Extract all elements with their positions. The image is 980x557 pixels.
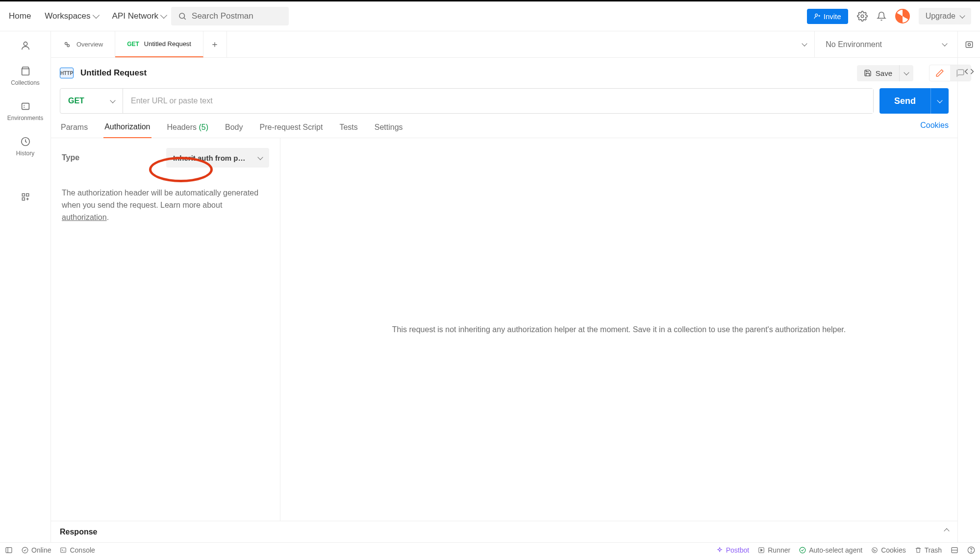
status-console[interactable]: Console	[60, 546, 95, 554]
environments-icon	[20, 101, 31, 112]
status-postbot[interactable]: Postbot	[716, 546, 749, 554]
cookies-link[interactable]: Cookies	[920, 121, 949, 136]
rail-collections[interactable]: Collections	[0, 64, 50, 88]
status-help-icon[interactable]	[967, 546, 975, 554]
auth-description: The authorization header will be automat…	[62, 187, 269, 223]
chevron-down-icon	[937, 97, 942, 103]
invite-button[interactable]: Invite	[807, 9, 848, 24]
svg-rect-9	[22, 198, 25, 200]
rail-more-icon[interactable]	[0, 190, 50, 204]
history-icon	[20, 136, 31, 147]
svg-point-23	[875, 550, 876, 551]
status-trash[interactable]: Trash	[915, 546, 942, 554]
notifications-icon[interactable]	[877, 11, 886, 21]
tab-request-title: Untitled Request	[144, 40, 191, 48]
chevron-down-icon	[160, 12, 167, 19]
environment-dropdown[interactable]: No Environment	[814, 31, 957, 57]
nav-home-label: Home	[9, 11, 31, 21]
svg-point-20	[800, 547, 805, 553]
status-runner[interactable]: Runner	[758, 546, 790, 554]
subtab-tests[interactable]: Tests	[338, 119, 358, 138]
tab-overview-label: Overview	[76, 41, 103, 48]
plus-icon	[211, 41, 219, 48]
search-icon	[178, 12, 187, 21]
auth-type-select[interactable]: Inherit auth from pa...	[166, 148, 269, 168]
subtab-prerequest[interactable]: Pre-request Script	[258, 119, 324, 138]
environment-look-icon[interactable]	[957, 31, 980, 57]
save-button[interactable]: Save	[857, 65, 899, 81]
subtab-headers[interactable]: Headers (5)	[166, 119, 210, 138]
status-panel-icon[interactable]	[5, 546, 13, 554]
rail-history[interactable]: History	[0, 134, 50, 159]
auth-type-label: Type	[62, 153, 79, 162]
check-circle-icon	[799, 547, 806, 554]
check-circle-icon	[22, 547, 28, 554]
chevron-down-icon	[257, 154, 263, 160]
env-quicklook-icon	[964, 40, 974, 49]
global-search[interactable]: Search Postman	[171, 7, 289, 25]
nav-workspaces-label: Workspaces	[45, 11, 90, 21]
tab-method-badge: GET	[127, 41, 139, 48]
environment-label: No Environment	[826, 40, 882, 49]
tab-add-button[interactable]	[203, 31, 227, 57]
chevron-down-icon	[959, 13, 965, 18]
tab-overview[interactable]: Overview	[51, 31, 115, 57]
request-title: Untitled Request	[80, 68, 147, 78]
right-rail	[957, 58, 980, 542]
svg-point-28	[971, 551, 971, 552]
svg-point-4	[24, 42, 27, 46]
svg-point-21	[872, 547, 878, 553]
subtab-params[interactable]: Params	[60, 119, 89, 138]
svg-rect-5	[22, 103, 29, 110]
method-select[interactable]: GET	[60, 89, 123, 113]
rail-history-label: History	[16, 150, 34, 157]
save-icon	[864, 69, 872, 77]
chevron-up-icon	[944, 528, 949, 533]
subtab-settings[interactable]: Settings	[374, 119, 404, 138]
status-two-pane-icon[interactable]	[951, 546, 958, 554]
send-label: Send	[879, 96, 930, 106]
status-online[interactable]: Online	[22, 546, 51, 554]
tab-request-active[interactable]: GET Untitled Request	[115, 31, 203, 57]
edit-button[interactable]	[930, 65, 950, 81]
settings-icon[interactable]	[857, 11, 868, 22]
status-bar: Online Console Postbot Runner Auto-selec…	[0, 542, 980, 557]
code-pane-icon[interactable]	[964, 67, 974, 76]
chevron-down-icon	[942, 41, 947, 46]
chevron-down-icon	[93, 12, 100, 19]
nav-workspaces[interactable]: Workspaces	[45, 11, 98, 21]
nav-left: Home Workspaces API Network	[9, 11, 166, 21]
top-navbar: Home Workspaces API Network Search Postm…	[0, 0, 980, 31]
svg-point-13	[968, 43, 970, 46]
send-dropdown[interactable]	[930, 88, 949, 114]
subtab-authorization[interactable]: Authorization	[103, 119, 151, 138]
save-dropdown[interactable]	[899, 65, 913, 81]
url-input[interactable]	[123, 89, 873, 113]
user-avatar[interactable]	[895, 9, 910, 24]
status-auto-agent[interactable]: Auto-select agent	[799, 546, 862, 554]
subtab-body[interactable]: Body	[224, 119, 244, 138]
response-bar[interactable]: Response	[51, 521, 957, 542]
request-subtabs: Params Authorization Headers (5) Body Pr…	[51, 114, 957, 138]
workspace-tabbar: Overview GET Untitled Request No Environ…	[51, 31, 980, 58]
svg-point-22	[874, 549, 874, 550]
http-badge-icon: HTTP	[60, 68, 74, 78]
svg-rect-12	[966, 42, 972, 48]
headers-count: (5)	[199, 123, 208, 131]
rail-environments[interactable]: Environments	[0, 99, 50, 123]
invite-icon	[814, 13, 821, 20]
upgrade-button[interactable]: Upgrade	[919, 8, 971, 24]
auth-learn-link[interactable]: authorization	[62, 213, 107, 221]
trash-icon	[915, 547, 922, 554]
chevron-down-icon	[802, 41, 807, 46]
svg-point-3	[861, 15, 864, 18]
nav-api-network[interactable]: API Network	[112, 11, 166, 21]
nav-home[interactable]: Home	[9, 11, 31, 21]
help-icon	[967, 546, 975, 554]
tab-list-dropdown[interactable]	[795, 31, 814, 57]
status-cookies[interactable]: Cookies	[871, 546, 906, 554]
rail-user-icon[interactable]	[0, 38, 50, 53]
cookie-icon	[871, 547, 878, 554]
send-button[interactable]: Send	[879, 88, 949, 114]
method-label: GET	[68, 97, 84, 105]
